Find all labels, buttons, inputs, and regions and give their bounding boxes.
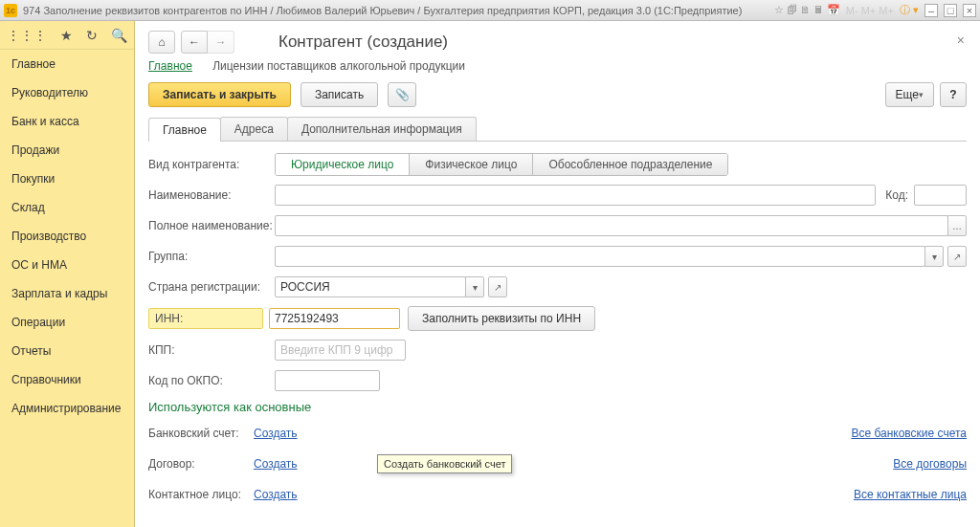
- home-button[interactable]: ⌂: [148, 31, 175, 54]
- sidebar-item-admin[interactable]: Администрирование: [0, 394, 134, 423]
- save-button[interactable]: Записать: [301, 82, 378, 107]
- contract-label: Договор:: [148, 457, 254, 471]
- okpo-input[interactable]: [275, 370, 380, 391]
- sidebar-item-reports[interactable]: Отчеты: [0, 337, 134, 365]
- app-logo-icon: 1c: [4, 4, 17, 17]
- maximize-button[interactable]: □: [944, 4, 957, 17]
- back-button[interactable]: ←: [181, 31, 208, 54]
- all-contracts-link[interactable]: Все договоры: [893, 457, 967, 471]
- tab-addresses[interactable]: Адреса: [220, 117, 288, 141]
- kind-label: Вид контрагента:: [148, 158, 275, 171]
- defaults-heading: Используются как основные: [148, 400, 967, 414]
- history-icon[interactable]: ↻: [86, 28, 98, 43]
- kind-legal[interactable]: Юридическое лицо: [276, 154, 410, 175]
- inn-label: ИНН:: [148, 308, 263, 329]
- window-title: 974 Заполнение реквизитов контрагентов п…: [23, 5, 742, 16]
- group-open-button[interactable]: ↗: [947, 246, 967, 267]
- inn-input[interactable]: [269, 308, 400, 329]
- kpp-label: КПП:: [148, 343, 275, 357]
- tab-additional[interactable]: Дополнительная информация: [287, 117, 477, 141]
- code-input[interactable]: [914, 185, 967, 206]
- all-bank-link[interactable]: Все банковские счета: [851, 427, 967, 440]
- sidebar-item-manager[interactable]: Руководителю: [0, 78, 134, 107]
- group-input[interactable]: [275, 246, 925, 267]
- tab-main[interactable]: Главное: [148, 118, 221, 142]
- sidebar-item-main[interactable]: Главное: [0, 50, 134, 78]
- group-label: Группа:: [148, 250, 275, 263]
- code-label: Код:: [885, 188, 908, 202]
- contract-create-link[interactable]: Создать: [254, 457, 298, 471]
- kind-selector: Юридическое лицо Физическое лицо Обособл…: [275, 153, 728, 176]
- country-open-button[interactable]: ↗: [488, 276, 507, 297]
- sidebar-item-assets[interactable]: ОС и НМА: [0, 251, 134, 279]
- fullname-label: Полное наименование:: [148, 219, 275, 232]
- close-window-button[interactable]: ×: [963, 4, 976, 17]
- fill-by-inn-button[interactable]: Заполнить реквизиты по ИНН: [408, 306, 595, 331]
- breadcrumb-sub: Лицензии поставщиков алкогольной продукц…: [212, 59, 465, 73]
- sidebar-item-operations[interactable]: Операции: [0, 308, 134, 337]
- country-label: Страна регистрации:: [148, 280, 275, 294]
- country-dropdown-button[interactable]: ▾: [465, 276, 484, 297]
- star-icon[interactable]: ★: [60, 28, 73, 43]
- toolbar-misc-icons: ☆ 🗐 🗎 🖩 📅: [774, 4, 840, 16]
- okpo-label: Код по ОКПО:: [148, 374, 275, 387]
- page-title: Контрагент (создание): [278, 33, 448, 52]
- help-button[interactable]: ?: [940, 82, 967, 107]
- sidebar-item-warehouse[interactable]: Склад: [0, 193, 134, 222]
- attach-button[interactable]: 📎: [388, 82, 416, 107]
- bank-create-link[interactable]: Создать: [254, 427, 298, 440]
- all-contacts-link[interactable]: Все контактные лица: [854, 488, 967, 501]
- sidebar-item-production[interactable]: Производство: [0, 222, 134, 251]
- apps-icon[interactable]: ⋮⋮⋮: [7, 28, 47, 43]
- contact-create-link[interactable]: Создать: [254, 488, 298, 501]
- bank-label: Банковский счет:: [148, 427, 254, 440]
- forward-button[interactable]: →: [208, 31, 234, 54]
- tabs: Главное Адреса Дополнительная информация: [148, 117, 967, 142]
- tooltip: Создать банковский счет: [377, 454, 512, 473]
- name-input[interactable]: [275, 185, 876, 206]
- sidebar: ⋮⋮⋮ ★ ↻ 🔍 Главное Руководителю Банк и ка…: [0, 21, 135, 527]
- sidebar-item-dictionaries[interactable]: Справочники: [0, 365, 134, 394]
- search-icon[interactable]: 🔍: [111, 28, 127, 43]
- sidebar-item-sales[interactable]: Продажи: [0, 136, 134, 165]
- toolbar-info-icon[interactable]: ⓘ ▾: [900, 3, 919, 17]
- sidebar-item-purchases[interactable]: Покупки: [0, 165, 134, 193]
- toolbar-m-icons: M- M+ M+: [846, 5, 894, 16]
- breadcrumb-main-link[interactable]: Главное: [148, 59, 192, 73]
- sidebar-item-bank[interactable]: Банк и касса: [0, 107, 134, 136]
- breadcrumb: Главное Лицензии поставщиков алкогольной…: [148, 59, 967, 73]
- sidebar-item-hr[interactable]: Зарплата и кадры: [0, 279, 134, 308]
- minimize-button[interactable]: –: [924, 4, 938, 17]
- fullname-input[interactable]: [275, 215, 948, 236]
- contact-label: Контактное лицо:: [148, 488, 254, 501]
- name-label: Наименование:: [148, 188, 275, 202]
- kpp-input[interactable]: [275, 340, 406, 361]
- save-close-button[interactable]: Записать и закрыть: [148, 82, 291, 107]
- kind-unit[interactable]: Обособленное подразделение: [533, 154, 727, 175]
- fullname-expand-button[interactable]: …: [947, 215, 967, 236]
- country-input[interactable]: [275, 276, 466, 297]
- group-dropdown-button[interactable]: ▾: [924, 246, 944, 267]
- more-button[interactable]: Еще: [885, 82, 934, 107]
- kind-person[interactable]: Физическое лицо: [410, 154, 533, 175]
- close-icon[interactable]: ×: [957, 33, 965, 48]
